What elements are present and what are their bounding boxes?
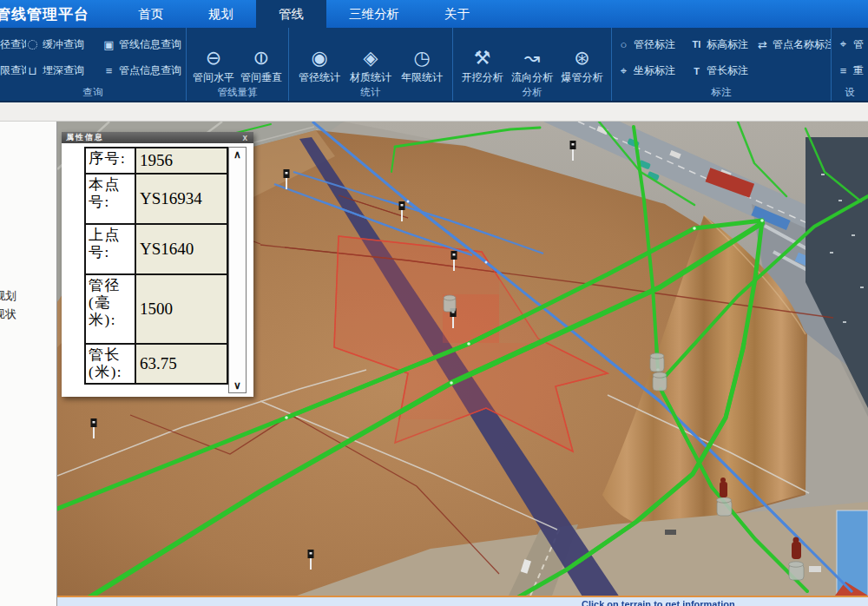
group-title-annotation: 标注	[612, 86, 831, 101]
btn-diameter-query[interactable]: 径查询	[0, 37, 26, 52]
status-message: Click on terrain to get information	[582, 599, 735, 606]
btn-vertical-distance[interactable]: ⊖ 管间垂直	[240, 47, 282, 85]
scroll-down-button[interactable]: ∨	[233, 379, 241, 392]
btn-length-label[interactable]: T 管长标注	[690, 63, 756, 78]
btn-diameter-stats[interactable]: ◉ 管径统计	[299, 47, 340, 85]
attr-label: 上点号:	[86, 225, 136, 273]
btn-cut-right-1[interactable]: ⌖ 管	[837, 37, 868, 52]
close-icon[interactable]: x	[242, 134, 249, 142]
attr-table: 序号: 1956 本点号: YS16934 上点号: YS1640 管径(毫米)…	[84, 147, 228, 385]
btn-diameter-label[interactable]: ○ 管径标注	[617, 37, 690, 52]
btn-label: 管点名称标注	[773, 37, 832, 52]
dialog-titlebar[interactable]: 属性信息 x	[62, 132, 253, 143]
btn-label: 重	[853, 63, 864, 78]
attr-value: 1500	[136, 275, 227, 343]
tab-home[interactable]: 首页	[115, 0, 186, 28]
attr-value: YS16934	[136, 175, 227, 223]
btn-label: 开挖分析	[462, 70, 503, 85]
btn-cut-right-2[interactable]: ≡ 重	[837, 63, 868, 78]
excavator-icon: ⚒	[471, 47, 494, 69]
attr-label: 管径(毫米):	[86, 275, 136, 343]
legend-item-planning[interactable]: 规划	[0, 287, 56, 305]
map-3d-viewport[interactable]: 属性信息 x 序号: 1956 本点号: YS16934 上点号: YS1640	[57, 122, 868, 596]
circle-vertical-icon: ⊖	[250, 47, 273, 69]
cube-icon: ▣	[102, 38, 115, 51]
diamond-icon: ◈	[359, 47, 382, 69]
attr-label: 序号:	[86, 148, 136, 173]
btn-label: 管	[853, 37, 864, 52]
attr-row-length: 管长(米): 63.75	[86, 345, 227, 383]
circle-icon: ○	[617, 38, 630, 51]
legend-item-current[interactable]: 现状	[0, 305, 56, 323]
attr-row-upper-point-id: 上点号: YS1640	[86, 225, 227, 275]
group-title-query: 查询	[0, 86, 186, 101]
chart-circle-icon: ◉	[308, 47, 331, 69]
flow-arrow-icon: ↝	[521, 47, 543, 69]
attr-row-point-id: 本点号: YS16934	[86, 175, 227, 225]
ribbon-group-settings-cut: ⌖ 管 ≡ 重 设	[832, 28, 868, 101]
btn-flow-analysis[interactable]: ↝ 流向分析	[511, 47, 553, 85]
tab-3d-analysis[interactable]: 三维分析	[326, 0, 422, 28]
btn-label: 管长标注	[707, 63, 748, 78]
group-title-stats: 统计	[289, 86, 452, 101]
dialog-title: 属性信息	[66, 132, 104, 143]
menu-tabs: 首页 规划 管线 三维分析 关于	[115, 0, 492, 28]
tab-about[interactable]: 关于	[422, 0, 492, 28]
app-window: 管线管理平台 首页 规划 管线 三维分析 关于 径查询 缓冲查询 ▣ 管线信息查…	[0, 0, 868, 606]
statusbar: Click on terrain to get information	[57, 596, 868, 606]
burst-icon: ⊛	[571, 47, 594, 69]
dialog-body: 序号: 1956 本点号: YS16934 上点号: YS1640 管径(毫米)…	[62, 143, 253, 397]
move-icon: ⌖	[837, 38, 850, 51]
btn-age-stats[interactable]: ◷ 年限统计	[401, 47, 443, 85]
ribbon: 径查询 缓冲查询 ▣ 管线信息查询 限查询 ⊔ 埋深查询 ≡ 管点信息查询 查询	[0, 28, 868, 102]
btn-label: 埋深查询	[43, 63, 84, 78]
btn-buffer-query[interactable]: 缓冲查询	[26, 37, 102, 52]
group-title-settings: 设	[832, 86, 868, 101]
btn-coordinate-label[interactable]: ⌖ 坐标标注	[617, 63, 690, 78]
btn-pipeline-info-query[interactable]: ▣ 管线信息查询	[102, 37, 187, 52]
btn-label: 限查询	[0, 63, 26, 78]
dialog-scrollbar[interactable]: ∧ ∨	[228, 147, 247, 393]
dotted-circle-icon	[28, 40, 37, 49]
attr-value: 1956	[136, 148, 227, 173]
ribbon-group-measure: ⊖ 管间水平 ⊖ 管间垂直 管线量算	[187, 28, 289, 101]
btn-material-stats[interactable]: ◈ 材质统计	[350, 47, 391, 85]
btn-label: 年限统计	[401, 70, 443, 85]
btn-horizontal-distance[interactable]: ⊖ 管间水平	[193, 47, 234, 85]
btn-age-query[interactable]: 限查询	[0, 63, 26, 78]
btn-point-info-query[interactable]: ≡ 管点信息查询	[102, 63, 187, 78]
tab-planning[interactable]: 规划	[186, 0, 256, 28]
attr-label: 本点号:	[86, 175, 136, 223]
btn-burst-analysis[interactable]: ⊛ 爆管分析	[562, 47, 603, 85]
btn-label: 管间水平	[193, 70, 234, 85]
app-title: 管线管理平台	[0, 4, 115, 24]
ribbon-group-stats: ◉ 管径统计 ◈ 材质统计 ◷ 年限统计 统计	[289, 28, 453, 101]
attr-row-diameter: 管径(毫米): 1500	[86, 275, 227, 345]
btn-label: 爆管分析	[562, 70, 603, 85]
ribbon-group-analysis: ⚒ 开挖分析 ↝ 流向分析 ⊛ 爆管分析 分析	[453, 28, 612, 101]
ti-icon: TI	[690, 38, 703, 51]
btn-label: 管径统计	[299, 70, 340, 85]
menubar: 管线管理平台 首页 规划 管线 三维分析 关于	[0, 0, 868, 28]
swap-arrows-icon: ⇄	[756, 38, 769, 51]
attr-value: YS1640	[136, 225, 227, 273]
btn-excavation-analysis[interactable]: ⚒ 开挖分析	[462, 47, 503, 85]
btn-elevation-label[interactable]: TI 标高标注	[690, 37, 756, 52]
tab-pipeline[interactable]: 管线	[256, 0, 326, 28]
btn-label: 径查询	[0, 37, 26, 52]
btn-point-name-label[interactable]: ⇄ 管点名称标注	[756, 37, 832, 52]
attr-value: 63.75	[136, 345, 227, 383]
btn-depth-query[interactable]: ⊔ 埋深查询	[26, 63, 102, 78]
bracket-icon: ⊔	[26, 64, 39, 77]
layers-icon: ≡	[837, 64, 850, 77]
btn-label: 坐标标注	[634, 63, 675, 78]
scroll-up-button[interactable]: ∧	[233, 148, 241, 161]
group-title-measure: 管线量算	[187, 86, 288, 101]
btn-label: 标高标注	[707, 37, 748, 52]
btn-label: 管线信息查询	[119, 37, 181, 52]
crosshair-icon: ⌖	[617, 64, 630, 77]
toolbar-substrip	[0, 102, 868, 122]
ribbon-group-query: 径查询 缓冲查询 ▣ 管线信息查询 限查询 ⊔ 埋深查询 ≡ 管点信息查询 查询	[0, 28, 187, 101]
clock-icon: ◷	[411, 47, 433, 69]
btn-label: 缓冲查询	[43, 37, 84, 52]
